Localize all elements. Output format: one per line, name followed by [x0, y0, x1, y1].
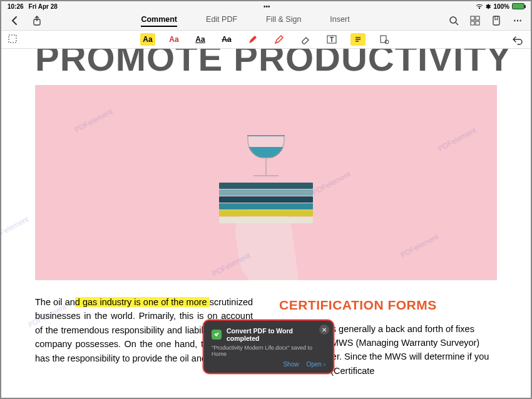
- strike-tool[interactable]: Aa: [219, 33, 234, 46]
- svg-rect-4: [471, 21, 474, 25]
- battery-percent: 100%: [493, 3, 509, 10]
- body-text: The oil an: [35, 297, 75, 307]
- note-tool[interactable]: [350, 33, 366, 46]
- eraser-tool[interactable]: [298, 33, 313, 46]
- pen-tool[interactable]: [245, 33, 260, 46]
- wifi-icon: [476, 3, 483, 9]
- undo-button[interactable]: [511, 34, 523, 46]
- svg-text:T: T: [330, 36, 334, 43]
- svg-rect-9: [381, 36, 386, 43]
- bookmark-icon[interactable]: [491, 15, 502, 26]
- svg-rect-11: [9, 35, 16, 43]
- status-date: Fri Apr 28: [29, 3, 58, 10]
- toast-open-button[interactable]: Open ›: [306, 361, 325, 368]
- highlight-tool[interactable]: Aa: [140, 33, 155, 46]
- color-text-tool[interactable]: Aa: [166, 33, 182, 46]
- watermark: PDFelement: [311, 169, 352, 197]
- tab-comment[interactable]: Comment: [141, 15, 177, 27]
- search-icon[interactable]: [448, 15, 459, 26]
- hero-image: PDFelement PDFelement PDFelement PDFelem…: [35, 85, 497, 280]
- textbox-tool[interactable]: T: [324, 33, 339, 46]
- marker-tool[interactable]: [272, 33, 287, 46]
- svg-rect-2: [471, 16, 474, 20]
- stamp-tool[interactable]: [377, 33, 392, 46]
- toast-subtitle: "Productivity Modern Life.docx" saved to…: [212, 345, 325, 357]
- watermark: PDFelement: [1, 215, 30, 242]
- status-bar: 10:26 Fri Apr 28 ••• ✱ 100%: [1, 1, 531, 11]
- watermark: PDFelement: [399, 232, 440, 260]
- selection-tool[interactable]: [8, 34, 18, 44]
- back-button[interactable]: [9, 15, 20, 26]
- highlighted-text: d gas industry is: [75, 297, 143, 307]
- nav-bar: Comment Edit PDF Fill & Sign Insert ⋯: [1, 11, 531, 30]
- svg-rect-5: [476, 21, 479, 25]
- toast-title: Convert PDF to Word completed: [227, 327, 325, 342]
- status-handle[interactable]: •••: [263, 3, 270, 10]
- section-heading: CERTIFICATION FORMS: [279, 295, 497, 316]
- annotation-toolbar: Aa Aa Aa Aa T: [1, 30, 531, 49]
- conversion-toast: Convert PDF to Word completed ✕ "Product…: [203, 320, 334, 374]
- svg-point-1: [450, 17, 456, 23]
- svg-rect-3: [476, 16, 479, 20]
- bluetooth-icon: ✱: [486, 3, 491, 10]
- toast-show-button[interactable]: Show: [283, 361, 299, 368]
- battery-icon: [512, 3, 524, 9]
- watermark: PDFelement: [73, 107, 114, 134]
- close-icon[interactable]: ✕: [319, 325, 329, 335]
- tab-insert[interactable]: Insert: [330, 15, 349, 27]
- grid-icon[interactable]: [469, 15, 481, 26]
- underline-tool[interactable]: Aa: [193, 33, 208, 46]
- status-time: 10:26: [8, 3, 24, 10]
- svg-point-10: [385, 40, 389, 44]
- more-icon[interactable]: ⋯: [512, 15, 523, 26]
- svg-rect-6: [493, 16, 499, 25]
- highlighted-text: one of the more: [143, 297, 210, 307]
- doc-title: PROMOTE PRODUCTIVITY: [35, 49, 497, 76]
- success-icon: [212, 330, 222, 340]
- share-icon[interactable]: [31, 15, 43, 26]
- tab-fill-sign[interactable]: Fill & Sign: [266, 15, 301, 27]
- watermark: PDFelement: [437, 126, 478, 153]
- tab-edit-pdf[interactable]: Edit PDF: [206, 15, 237, 27]
